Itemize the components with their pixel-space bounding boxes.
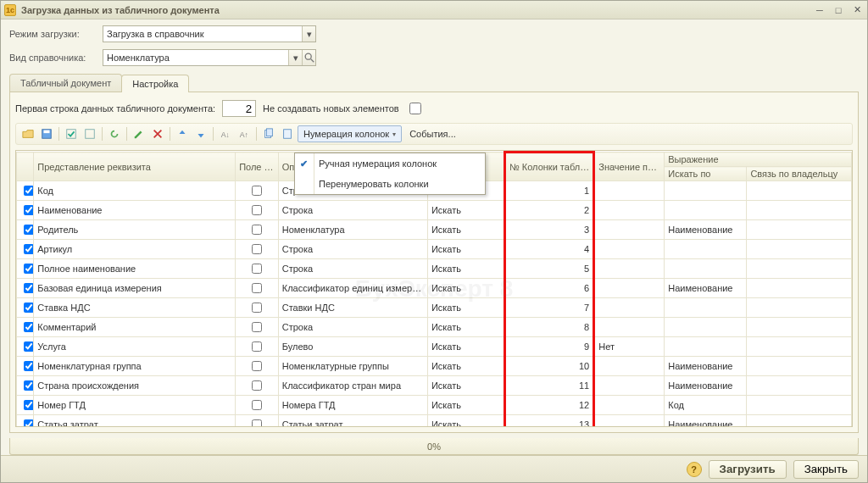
search-field-checkbox[interactable]	[252, 264, 262, 274]
maximize-button[interactable]: □	[832, 4, 845, 16]
close-footer-button[interactable]: Закрыть	[793, 460, 859, 479]
row-checkbox-cell[interactable]	[17, 396, 34, 415]
cell-type[interactable]: Строка	[278, 201, 427, 220]
cell-search-field[interactable]	[236, 415, 279, 428]
cell-mode[interactable]: Искать	[427, 357, 504, 376]
cell-search-by[interactable]	[665, 318, 747, 337]
refresh-icon[interactable]	[106, 125, 123, 142]
row-checkbox[interactable]	[24, 186, 34, 196]
table-row[interactable]: Базовая единица измеренияКлассификатор е…	[17, 279, 852, 298]
clear-icon[interactable]	[149, 125, 166, 142]
row-checkbox[interactable]	[24, 205, 34, 215]
cell-link-owner[interactable]	[747, 201, 852, 220]
table-row[interactable]: КомментарийСтрокаИскать8	[17, 318, 852, 337]
cell-default[interactable]	[594, 376, 665, 396]
search-field-checkbox[interactable]	[252, 186, 262, 196]
cell-search-by[interactable]: Наименование	[665, 279, 747, 298]
table-row[interactable]: АртикулСтрокаИскать4	[17, 240, 852, 259]
cell-search-field[interactable]	[236, 357, 279, 376]
cell-representation[interactable]: Номенклатурная группа	[34, 357, 236, 376]
row-checkbox-cell[interactable]	[17, 201, 34, 220]
sort-desc-icon[interactable]: A↑	[236, 125, 253, 142]
cell-column-number[interactable]: 9	[504, 337, 593, 357]
cell-type[interactable]: Ставки НДС	[278, 298, 427, 318]
row-checkbox[interactable]	[24, 419, 34, 427]
cell-search-field[interactable]	[236, 181, 279, 201]
cell-column-number[interactable]: 7	[504, 298, 593, 318]
load-mode-combo[interactable]: Загрузка в справочник ▾	[103, 25, 316, 42]
cell-default[interactable]	[594, 298, 665, 318]
cell-link-owner[interactable]	[747, 376, 852, 396]
cell-search-by[interactable]: Наименование	[665, 357, 747, 376]
tab-document[interactable]: Табличный документ	[9, 74, 122, 92]
cell-column-number[interactable]: 10	[504, 357, 593, 376]
cell-mode[interactable]: Искать	[427, 396, 504, 415]
cell-column-number[interactable]: 2	[504, 201, 593, 220]
edit-icon[interactable]	[131, 125, 147, 142]
cell-link-owner[interactable]	[747, 357, 852, 376]
col-search-by[interactable]: Искать по	[665, 167, 747, 181]
row-checkbox-cell[interactable]	[17, 240, 34, 259]
cell-type[interactable]: Номенклатура	[278, 220, 427, 240]
row-checkbox-cell[interactable]	[17, 376, 34, 396]
search-field-checkbox[interactable]	[252, 341, 262, 352]
cell-type[interactable]: Классификатор стран мира	[278, 376, 427, 396]
cell-default[interactable]	[594, 396, 665, 415]
cell-representation[interactable]: Базовая единица измерения	[34, 279, 236, 298]
dropdown-icon[interactable]: ▾	[302, 26, 315, 42]
row-checkbox[interactable]	[24, 341, 34, 352]
cell-mode[interactable]: Искать	[427, 220, 504, 240]
row-checkbox-cell[interactable]	[17, 259, 34, 279]
column-numbering-dropdown[interactable]: Нумерация колонок ▾	[298, 125, 402, 142]
table-row[interactable]: РодительНоменклатураИскать3Наименование	[17, 220, 852, 240]
move-up-icon[interactable]	[174, 125, 191, 142]
cell-default[interactable]	[594, 415, 665, 428]
cell-mode[interactable]: Искать	[427, 201, 504, 220]
table-row[interactable]: Страна происхожденияКлассификатор стран …	[17, 376, 852, 396]
cell-column-number[interactable]: 13	[504, 415, 593, 428]
row-checkbox[interactable]	[24, 225, 34, 235]
cell-representation[interactable]: Артикул	[34, 240, 236, 259]
row-checkbox-cell[interactable]	[17, 337, 34, 357]
row-checkbox-cell[interactable]	[17, 357, 34, 376]
cell-representation[interactable]: Родитель	[34, 220, 236, 240]
cell-representation[interactable]: Ставка НДС	[34, 298, 236, 318]
search-field-checkbox[interactable]	[252, 419, 262, 427]
cell-search-field[interactable]	[236, 298, 279, 318]
cell-search-by[interactable]: Наименование	[665, 415, 747, 428]
cell-column-number[interactable]: 12	[504, 396, 593, 415]
cell-representation[interactable]: Комментарий	[34, 318, 236, 337]
load-button[interactable]: Загрузить	[709, 460, 787, 479]
cell-search-by[interactable]	[665, 240, 747, 259]
cell-search-by[interactable]: Наименование	[665, 220, 747, 240]
table-row[interactable]: Статья затратСтатьи затратИскать13Наимен…	[17, 415, 852, 428]
col-link-owner[interactable]: Связь по владельцу	[747, 167, 852, 181]
minimize-button[interactable]: ─	[813, 4, 826, 16]
cell-type[interactable]: Номера ГТД	[278, 396, 427, 415]
row-checkbox[interactable]	[24, 303, 34, 313]
cell-link-owner[interactable]	[747, 318, 852, 337]
search-field-checkbox[interactable]	[252, 361, 262, 371]
cell-mode[interactable]: Искать	[427, 337, 504, 357]
cell-default[interactable]	[594, 220, 665, 240]
no-create-checkbox[interactable]	[409, 103, 421, 114]
first-row-input[interactable]	[222, 100, 256, 117]
search-field-checkbox[interactable]	[252, 225, 262, 235]
table-row[interactable]: НаименованиеСтрокаИскать2	[17, 201, 852, 220]
cell-search-field[interactable]	[236, 259, 279, 279]
cell-mode[interactable]: Искать	[427, 279, 504, 298]
dropdown-icon[interactable]: ▾	[288, 50, 302, 65]
cell-type[interactable]: Строка	[278, 240, 427, 259]
cell-link-owner[interactable]	[747, 415, 852, 428]
cell-type[interactable]: Булево	[278, 337, 427, 357]
cell-link-owner[interactable]	[747, 259, 852, 279]
cell-search-by[interactable]	[665, 181, 747, 201]
check-all-icon[interactable]	[63, 125, 80, 142]
cell-column-number[interactable]: 4	[504, 240, 593, 259]
table-row[interactable]: УслугаБулевоИскать9Нет	[17, 337, 852, 357]
cell-mode[interactable]: Искать	[427, 298, 504, 318]
cell-default[interactable]: Нет	[594, 337, 665, 357]
row-checkbox-cell[interactable]	[17, 318, 34, 337]
cell-link-owner[interactable]	[747, 396, 852, 415]
row-checkbox[interactable]	[24, 380, 34, 391]
